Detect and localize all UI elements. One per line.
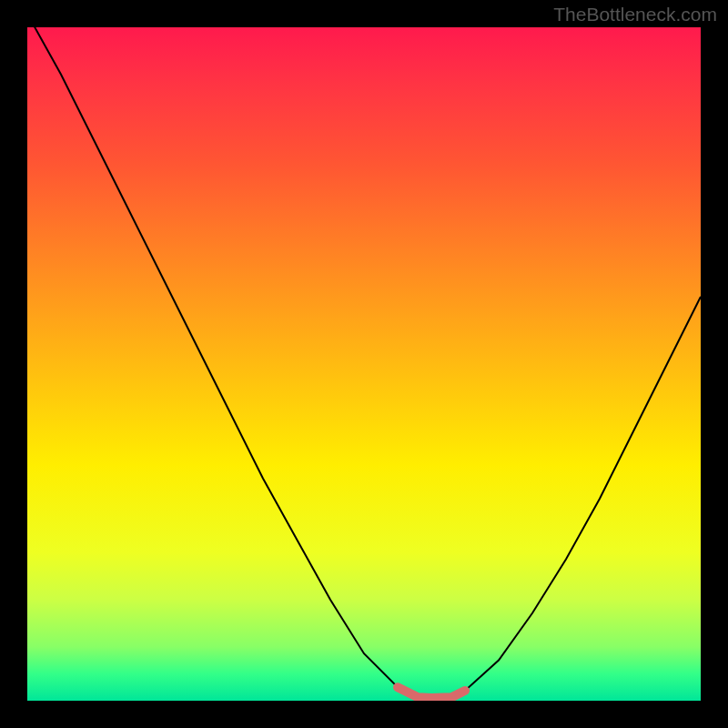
highlight-minimum-region — [27, 27, 701, 701]
watermark-text: TheBottleneck.com — [553, 4, 717, 25]
